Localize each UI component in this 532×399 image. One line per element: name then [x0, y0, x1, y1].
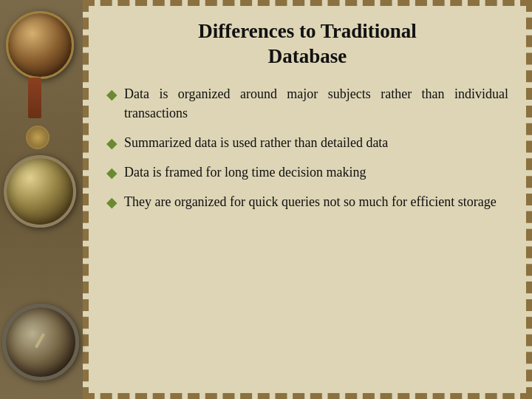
slide-title: Differences to Traditional Database — [106, 19, 508, 69]
title-line1: Differences to Traditional — [106, 19, 508, 44]
bullet-text-3: Data is framed for long time decision ma… — [124, 163, 508, 182]
bullet-item-3: ◆ Data is framed for long time decision … — [106, 163, 508, 182]
bullet-text-2: Summarized data is used rather than deta… — [124, 133, 508, 152]
bullet-item-1: ◆ Data is organized around major subject… — [106, 84, 508, 123]
content-wrapper: Differences to Traditional Database ◆ Da… — [89, 6, 526, 393]
ribbon-top — [28, 78, 41, 118]
bullet-item-2: ◆ Summarized data is used rather than de… — [106, 133, 508, 152]
bullet-diamond-4: ◆ — [106, 194, 117, 211]
left-decorative-panel — [0, 0, 83, 399]
title-line2: Database — [106, 44, 508, 69]
bullet-diamond-1: ◆ — [106, 86, 117, 103]
bullet-list: ◆ Data is organized around major subject… — [106, 84, 508, 383]
decoration-small — [26, 126, 50, 149]
decoration-middle — [4, 155, 76, 228]
main-content-area: Differences to Traditional Database ◆ Da… — [83, 0, 532, 399]
bullet-diamond-3: ◆ — [106, 164, 117, 181]
bullet-diamond-2: ◆ — [106, 134, 117, 151]
bullet-text-1: Data is organized around major subjects … — [124, 84, 508, 123]
bullet-item-4: ◆ They are organized for quick queries n… — [106, 192, 508, 211]
bullet-text-4: They are organized for quick queries not… — [124, 192, 508, 211]
decoration-top — [6, 11, 74, 79]
